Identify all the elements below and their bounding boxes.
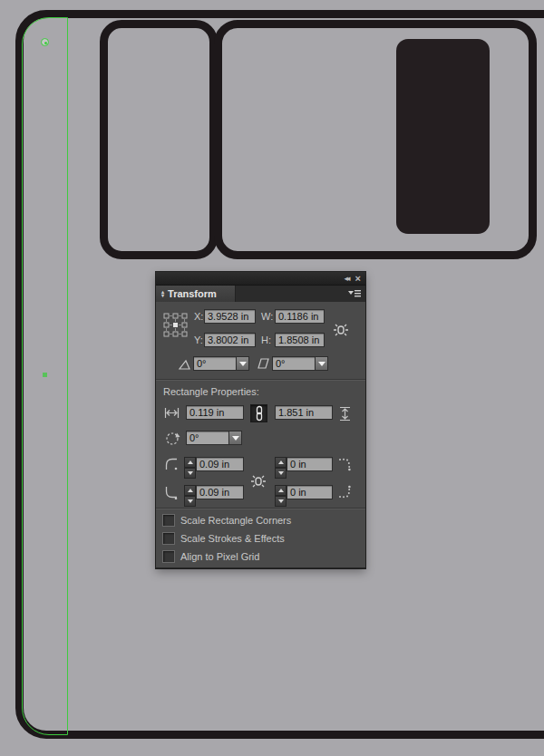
- rect-rotation-combo: 0°: [186, 431, 242, 445]
- floppy-window-shape[interactable]: [396, 39, 490, 234]
- corner-tl-stepper: [184, 457, 196, 471]
- corner-top-right-dotted-icon: [337, 457, 352, 471]
- floppy-label-shape[interactable]: [100, 20, 218, 259]
- tab-transform[interactable]: ▴▾ Transform: [156, 286, 236, 302]
- reference-point-locator[interactable]: [163, 313, 188, 337]
- live-corner-widget[interactable]: [41, 38, 49, 46]
- x-input[interactable]: [204, 309, 256, 324]
- rotation-angle-value[interactable]: 0°: [193, 356, 236, 371]
- rotation-angle-icon: [178, 358, 191, 371]
- panel-title-strip: ◂◂ ×: [156, 272, 365, 286]
- corner-br-stepper: [275, 485, 287, 499]
- panel-cycle-icon: ▴▾: [161, 290, 164, 297]
- rect-height-input[interactable]: [275, 405, 333, 420]
- corner-bl-step-down-icon[interactable]: [184, 496, 196, 507]
- tab-transform-label: Transform: [168, 288, 217, 299]
- transform-panel: ◂◂ × ▴▾ Transform: [156, 272, 365, 568]
- rect-rotation-dropdown-arrow-icon[interactable]: [228, 431, 242, 445]
- scale-strokes-effects-row: Scale Strokes & Effects: [162, 532, 285, 545]
- h-input[interactable]: [275, 333, 325, 347]
- scale-strokes-effects-checkbox[interactable]: [162, 532, 175, 545]
- scale-rectangle-corners-row: Scale Rectangle Corners: [162, 514, 291, 527]
- corner-bl-stepper: [184, 485, 196, 499]
- corner-tr-stepper: [275, 457, 287, 471]
- w-field-label: W:: [261, 311, 273, 322]
- corner-bottom-right-dotted-icon: [337, 485, 352, 499]
- link-width-height-icon[interactable]: [250, 404, 267, 422]
- rect-width-icon: [164, 406, 180, 420]
- align-to-pixel-grid-row: Align to Pixel Grid: [162, 550, 259, 563]
- panel-menu-icon[interactable]: [348, 289, 361, 298]
- w-input[interactable]: [275, 309, 325, 324]
- corner-tl-input[interactable]: [196, 457, 244, 471]
- scale-rectangle-corners-label: Scale Rectangle Corners: [180, 515, 291, 526]
- shear-angle-combo: 0°: [272, 356, 328, 371]
- rect-rotation-icon: [164, 431, 180, 447]
- section-divider: [156, 379, 365, 381]
- corner-bl-input[interactable]: [196, 485, 244, 499]
- rectangle-properties-heading: Rectangle Properties:: [163, 386, 259, 397]
- rect-rotation-value[interactable]: 0°: [186, 431, 228, 445]
- section-divider: [156, 508, 365, 509]
- corner-tl-step-down-icon[interactable]: [184, 468, 196, 479]
- shear-angle-value[interactable]: 0°: [272, 356, 315, 371]
- panel-body: X: W: Y: H: 0°: [156, 302, 365, 568]
- y-input[interactable]: [204, 333, 256, 347]
- shear-angle-icon: [257, 357, 270, 370]
- corner-tr-step-up-icon[interactable]: [275, 457, 287, 468]
- shear-dropdown-arrow-icon[interactable]: [315, 356, 328, 371]
- close-icon[interactable]: ×: [355, 275, 361, 283]
- corner-br-step-down-icon[interactable]: [275, 496, 287, 507]
- corner-top-left-icon: [164, 457, 179, 471]
- align-to-pixel-grid-checkbox[interactable]: [162, 550, 175, 563]
- scale-rectangle-corners-checkbox[interactable]: [162, 514, 175, 527]
- corner-tl-step-up-icon[interactable]: [184, 457, 196, 468]
- corner-br-input[interactable]: [287, 485, 333, 499]
- x-field-label: X:: [194, 311, 203, 322]
- corner-bl-step-up-icon[interactable]: [184, 485, 196, 496]
- rect-height-icon: [338, 406, 352, 422]
- panel-tab-bar: ▴▾ Transform: [156, 286, 365, 302]
- rotation-angle-combo: 0°: [193, 356, 249, 371]
- align-to-pixel-grid-label: Align to Pixel Grid: [180, 551, 259, 562]
- link-corners-icon[interactable]: [250, 471, 267, 491]
- rotation-dropdown-arrow-icon[interactable]: [236, 356, 249, 371]
- collapse-to-icons-icon[interactable]: ◂◂: [345, 275, 349, 283]
- selection-center-point[interactable]: [43, 373, 47, 377]
- h-field-label: H:: [261, 334, 271, 345]
- corner-bottom-left-icon: [164, 485, 179, 499]
- corner-tr-input[interactable]: [287, 457, 333, 471]
- illustrator-canvas: ◂◂ × ▴▾ Transform: [0, 0, 544, 756]
- rect-width-input[interactable]: [186, 405, 244, 420]
- y-field-label: Y:: [194, 334, 203, 345]
- corner-br-step-up-icon[interactable]: [275, 485, 287, 496]
- corner-tr-step-down-icon[interactable]: [275, 468, 287, 479]
- constrain-proportions-icon[interactable]: [333, 320, 349, 340]
- scale-strokes-effects-label: Scale Strokes & Effects: [180, 533, 285, 544]
